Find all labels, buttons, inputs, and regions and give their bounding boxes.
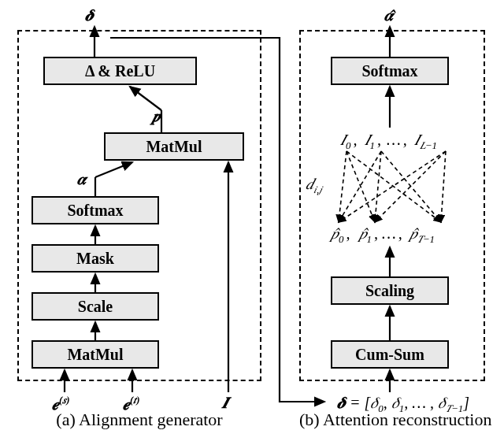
block-scaling: Scaling (331, 276, 449, 305)
block-delta-relu: Δ & ReLU (43, 57, 197, 85)
input-delta-vector: 𝜹 = [𝛿0, 𝛿1, … , 𝛿𝑇−1] (337, 394, 469, 415)
input-e-t: 𝒆(𝑡) (123, 394, 140, 413)
block-matmul-bottom: MatMul (32, 340, 159, 369)
input-I: 𝑰 (222, 394, 228, 412)
block-matmul-top: MatMul (104, 132, 244, 161)
input-e-s: 𝒆(𝑠) (52, 394, 70, 413)
block-softmax-b: Softmax (331, 57, 449, 85)
output-delta: 𝜹 (85, 6, 94, 24)
bipartite-bottom-row: 𝑝̂0, 𝑝̂1, …, 𝑝̂𝑇−1 (331, 224, 435, 246)
block-mask: Mask (32, 244, 159, 273)
output-alpha-hat: 𝜶̂ (384, 6, 394, 24)
block-scale: Scale (32, 292, 159, 321)
block-softmax-a: Softmax (32, 196, 159, 224)
block-cumsum: Cum-Sum (331, 340, 449, 369)
bipartite-top-row: 𝐼0, 𝐼1, …, 𝐼𝐿−1 (340, 131, 437, 152)
label-d-ij: 𝑑𝑖,𝑗 (306, 175, 322, 196)
label-alpha: 𝜶 (77, 170, 87, 188)
label-p: 𝒑 (153, 107, 161, 125)
